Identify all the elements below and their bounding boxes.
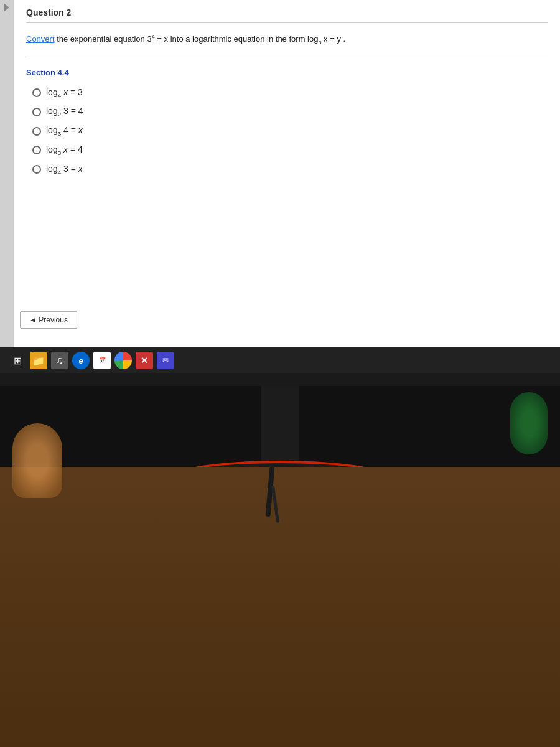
section-label: Section 4.4	[26, 68, 548, 77]
edge-icon[interactable]: e	[72, 352, 90, 369]
chrome-icon[interactable]	[114, 352, 132, 369]
folder-icon[interactable]: 📁	[30, 352, 47, 369]
radio-2[interactable]	[32, 108, 41, 116]
question-prompt: Convert the exponential equation 34 = x …	[26, 33, 548, 47]
sidebar-strip	[0, 0, 14, 367]
mail-icon[interactable]: ✉	[157, 352, 174, 369]
prompt-sub: b	[318, 39, 321, 45]
option-1-text: log4 x = 3	[46, 87, 83, 99]
option-1[interactable]: log4 x = 3	[32, 87, 548, 99]
main-content: Question 2 Convert the exponential equat…	[14, 0, 560, 367]
previous-button[interactable]: ◄ Previous	[20, 311, 77, 329]
question-area: Question 2 Convert the exponential equat…	[0, 0, 560, 367]
option-3[interactable]: log3 4 = x	[32, 125, 548, 137]
radio-3[interactable]	[32, 127, 41, 136]
taskbar: ⊞ 📁 ♫ e 📅 ✕ ✉	[0, 347, 560, 374]
option-2[interactable]: log2 3 = 4	[32, 106, 548, 118]
calendar-icon[interactable]: 📅	[93, 352, 111, 369]
options-list: log4 x = 3 log2 3 = 4 log3 4 = x	[32, 87, 548, 176]
left-figurine	[12, 423, 62, 498]
divider	[26, 59, 548, 59]
monitor-stand-neck	[261, 386, 299, 461]
prompt-text-3: x = y .	[324, 34, 345, 44]
music-icon[interactable]: ♫	[51, 352, 68, 369]
right-plant	[510, 392, 548, 454]
radio-1[interactable]	[32, 88, 41, 97]
desk-area	[0, 467, 560, 747]
radio-5[interactable]	[32, 165, 41, 174]
radio-4[interactable]	[32, 146, 41, 154]
option-2-text: log2 3 = 4	[46, 106, 83, 118]
option-3-text: log3 4 = x	[46, 125, 83, 137]
windows-icon[interactable]: ⊞	[9, 352, 26, 369]
prompt-text-2: = x into a logarithmic equation in the f…	[157, 34, 318, 44]
option-4-text: log3 x = 4	[46, 144, 83, 156]
option-5-text: log4 3 = x	[46, 164, 83, 176]
close-icon[interactable]: ✕	[136, 352, 153, 369]
monitor-screen: Question 2 Convert the exponential equat…	[0, 0, 560, 374]
prompt-sup: 4	[152, 34, 155, 40]
option-4[interactable]: log3 x = 4	[32, 144, 548, 156]
question-title: Question 2	[26, 7, 548, 23]
prompt-text-1: the exponential equation 3	[57, 34, 152, 44]
convert-link[interactable]: Convert	[26, 34, 55, 44]
sidebar-arrow-icon	[4, 4, 9, 11]
option-5[interactable]: log4 3 = x	[32, 164, 548, 176]
